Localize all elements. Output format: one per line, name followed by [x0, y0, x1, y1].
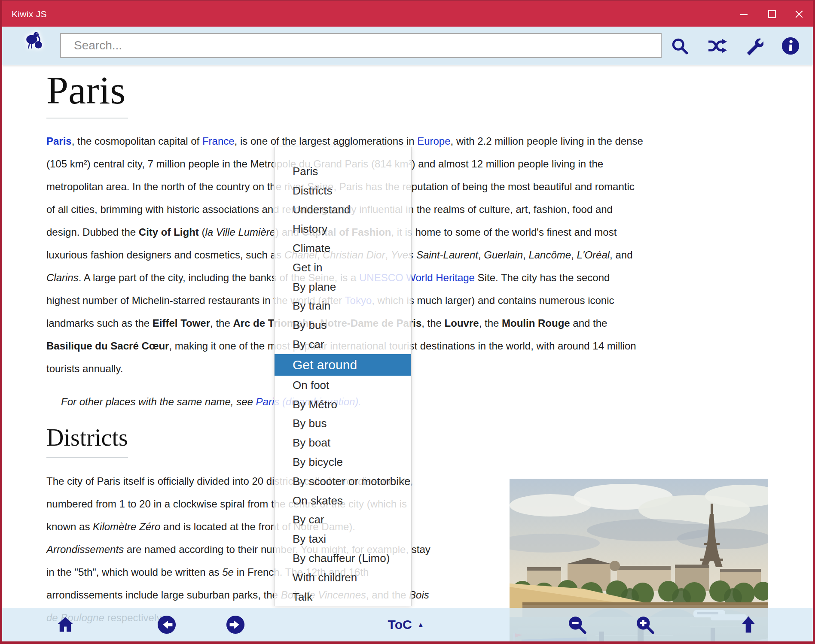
toc-button-label: ToC [388, 617, 412, 632]
toc-item-by-train[interactable]: By train [275, 297, 411, 316]
kiwix-logo-icon[interactable] [23, 30, 47, 53]
text-run: Clarins [46, 272, 79, 283]
minimize-button[interactable] [730, 1, 758, 27]
bottom-bar: ToC ▲ [2, 608, 813, 641]
section-rule [46, 457, 128, 458]
toc-list: ParisDistrictsUnderstandHistoryClimateGe… [275, 162, 411, 606]
text-run: Louvre [445, 317, 479, 329]
search-icon[interactable] [668, 35, 691, 57]
text-run: 5e [222, 566, 234, 578]
text-run: City of Light [139, 226, 199, 238]
back-button[interactable] [157, 615, 177, 635]
toolbar [2, 27, 813, 65]
app-window: Kiwix JS [0, 0, 815, 644]
window-controls [730, 1, 813, 27]
toc-item-history[interactable]: History [275, 219, 411, 239]
toc-item-with-children[interactable]: With children [275, 568, 411, 587]
toc-item-get-around[interactable]: Get around [275, 354, 411, 376]
home-button[interactable] [55, 614, 76, 635]
text-link[interactable]: Paris [46, 135, 72, 147]
zoom-out-button[interactable] [567, 614, 587, 635]
title-bar: Kiwix JS [2, 0, 813, 27]
text-run: , the cosmopolitan capital of [72, 135, 202, 147]
toc-dropdown: ParisDistrictsUnderstandHistoryClimateGe… [274, 147, 412, 606]
toc-item-by-taxi[interactable]: By taxi [275, 529, 411, 549]
toc-item-climate[interactable]: Climate [275, 239, 411, 258]
toc-item-by-car[interactable]: By car [275, 510, 411, 530]
title-rule [46, 118, 128, 118]
toc-item-on-skates[interactable]: On skates [275, 491, 411, 510]
text-run: Basilique du Sacré Cœur [46, 340, 169, 352]
text-run: Lancôme [528, 249, 571, 261]
toc-item-by-plane[interactable]: By plane [275, 277, 411, 297]
toc-item-paris[interactable]: Paris [275, 162, 411, 181]
chevron-up-icon: ▲ [417, 621, 424, 629]
text-run: Kilomètre Zéro [93, 521, 160, 532]
text-run: , [478, 249, 484, 261]
maximize-button[interactable] [758, 1, 785, 27]
text-run: , the [210, 317, 233, 329]
page-title: Paris [46, 69, 768, 112]
toc-item-understand[interactable]: Understand [275, 200, 411, 220]
random-article-icon[interactable] [706, 35, 728, 57]
toc-button[interactable]: ToC ▲ [388, 617, 424, 632]
toc-item-get-in[interactable]: Get in [275, 258, 411, 277]
text-run: , the [479, 317, 502, 329]
text-run: L'Oréal [577, 249, 610, 261]
text-run: , the [421, 317, 444, 329]
zoom-in-button[interactable] [635, 614, 655, 635]
toc-item-by-chauffeur-limo-[interactable]: By chauffeur (Limo) [275, 549, 411, 568]
text-run: For other places with the same name, see [61, 396, 256, 407]
forward-button[interactable] [226, 615, 245, 635]
text-run: Eiffel Tower [153, 317, 210, 329]
scroll-top-button[interactable] [738, 614, 759, 635]
text-run: , is one of the largest agglomerations i… [235, 135, 418, 147]
app-title: Kiwix JS [12, 9, 47, 19]
toc-item-talk[interactable]: Talk [275, 587, 411, 606]
toc-item-by-bus[interactable]: By bus [275, 414, 411, 434]
text-run: ( [199, 226, 205, 238]
text-link[interactable]: France [202, 135, 235, 147]
text-run: la Ville Lumière [205, 226, 275, 238]
toc-item-by-m-tro[interactable]: By Métro [275, 395, 411, 414]
settings-wrench-icon[interactable] [743, 35, 765, 57]
text-run: and the [570, 317, 607, 329]
toc-item-by-car[interactable]: By car [275, 335, 411, 354]
text-run: Moulin Rouge [502, 317, 570, 329]
toc-item-by-bus[interactable]: By bus [275, 316, 411, 335]
text-run: , and [610, 249, 632, 261]
disambiguation-note: For other places with the same name, see… [61, 390, 768, 413]
about-info-icon[interactable] [779, 35, 802, 57]
toc-item-districts[interactable]: Districts [275, 181, 411, 200]
close-button[interactable] [785, 1, 813, 27]
toc-item-on-foot[interactable]: On foot [275, 376, 411, 395]
text-run: , [571, 249, 577, 261]
text-run: Arrondissements [46, 544, 124, 555]
text-link[interactable]: Europe [417, 135, 450, 147]
text-run: , [523, 249, 528, 261]
toc-item-by-boat[interactable]: By boat [275, 433, 411, 453]
toc-item-by-scooter-or-motorbike[interactable]: By scooter or motorbike [275, 472, 411, 491]
toc-item-by-bicycle[interactable]: By bicycle [275, 453, 411, 472]
text-run: Guerlain [484, 249, 523, 261]
search-input[interactable] [60, 33, 662, 58]
